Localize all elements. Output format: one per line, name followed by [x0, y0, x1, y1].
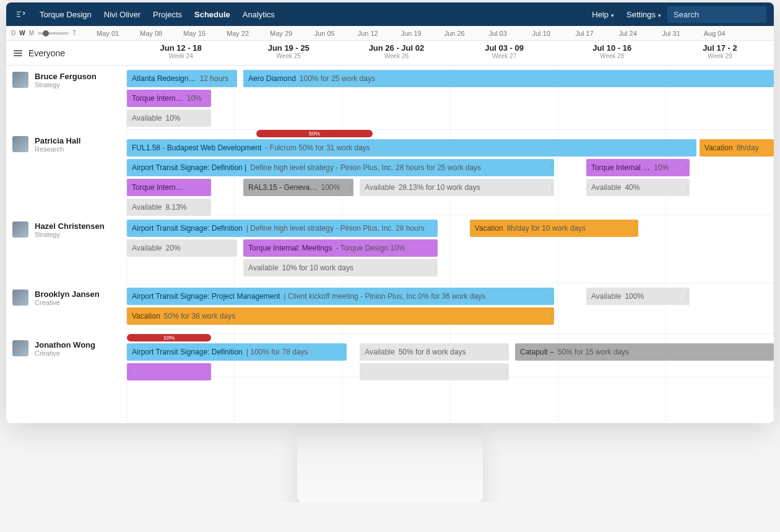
person-role: Creative: [35, 299, 100, 306]
mini-date: May 22: [216, 30, 259, 37]
zoom-week[interactable]: W: [19, 30, 25, 36]
mini-date: Jun 19: [389, 30, 433, 37]
allocation-bar[interactable]: Vacation 50% for 36 work days: [127, 307, 554, 325]
mini-date: May 29: [259, 30, 303, 37]
allocation-bar[interactable]: Vacation 8h/day for 10 work days: [470, 220, 638, 237]
hamburger-icon[interactable]: [14, 50, 22, 56]
resource-lane-block: 50%FUL1.58 - Budapest Web Development - …: [127, 130, 774, 215]
person-name: Patricia Hall: [35, 136, 80, 145]
mini-date: Jul 10: [519, 30, 563, 37]
week-col[interactable]: Jul 03 - 09Week 27: [451, 41, 558, 65]
person-role: Creative: [35, 350, 95, 357]
resource-lane-block: Atlanta Redesign… 12 hoursAero Diamond 1…: [127, 66, 774, 130]
allocation-bar[interactable]: Torque Internal: Meetings - Torque Desig…: [243, 239, 438, 257]
allocation-bar[interactable]: Available 50% for 8 work days: [360, 343, 508, 361]
person-name: Brooklyn Jansen: [35, 290, 100, 299]
allocation-bar[interactable]: Airport Transit Signage: Definition | 10…: [127, 343, 347, 361]
allocation-bar[interactable]: [127, 363, 211, 380]
allocation-bar[interactable]: Torque Intern… 10%: [127, 90, 211, 107]
person-role: Strategy: [35, 81, 97, 88]
allocation-bar[interactable]: Airport Transit Signage: Project Managem…: [127, 288, 554, 305]
timeline-zoom-row: D W M T May 01May 08May 15May 22May 29Ju…: [6, 26, 774, 41]
zoom-today[interactable]: T: [72, 30, 76, 36]
nav-settings[interactable]: Settings: [626, 10, 661, 19]
mini-date: May 01: [86, 30, 129, 37]
avatar: [12, 290, 28, 306]
allocation-bar[interactable]: Available 10% for 10 work days: [243, 259, 438, 277]
avatar: [12, 221, 28, 238]
resource-person[interactable]: Brooklyn JansenCreative: [6, 283, 126, 334]
allocation-bar[interactable]: Torque Intern…: [127, 179, 211, 196]
person-name: Hazel Christensen: [35, 221, 105, 231]
allocation-bar[interactable]: Airport Transit Signage: Definition | De…: [127, 220, 438, 237]
people-filter-label[interactable]: Everyone: [28, 48, 65, 58]
resource-person[interactable]: Jonathon WongCreative: [6, 334, 126, 377]
top-nav: Torque Design Nivi Oliver Projects Sched…: [6, 2, 774, 26]
allocation-bar[interactable]: Available 100%: [586, 288, 690, 305]
week-header: Jun 12 - 18Week 24Jun 19 - 25Week 25Jun …: [127, 41, 774, 65]
week-col[interactable]: Jun 19 - 25Week 25: [235, 41, 342, 65]
week-col[interactable]: Jun 26 - Jul 02Week 26: [342, 41, 450, 65]
allocation-bar[interactable]: Available 10%: [127, 109, 211, 127]
mini-date: May 08: [129, 30, 173, 37]
zoom-slider[interactable]: [38, 32, 69, 35]
allocation-bar[interactable]: Aero Diamond 100% for 25 work days: [243, 70, 774, 87]
resource-person[interactable]: Hazel ChristensenStrategy: [6, 215, 126, 283]
allocation-bar[interactable]: Available 20%: [127, 239, 237, 257]
allocation-bar[interactable]: Torque Internal … 10%: [586, 159, 690, 176]
allocation-bar[interactable]: Vacation 8h/day: [700, 139, 774, 157]
person-role: Research: [35, 145, 80, 153]
allocation-bar[interactable]: Available 8.13%: [127, 199, 211, 216]
overload-indicator: 10%: [127, 334, 211, 341]
mini-date: Jul 24: [606, 30, 649, 37]
resource-lane-block: Airport Transit Signage: Project Managem…: [127, 283, 774, 334]
mini-date: Jul 17: [563, 30, 606, 37]
nav-schedule[interactable]: Schedule: [194, 10, 230, 19]
overload-indicator: 50%: [256, 130, 373, 137]
allocation-bar[interactable]: Available 28.13% for 10 work days: [360, 179, 554, 196]
mini-date: Jun 12: [346, 30, 389, 37]
zoom-month[interactable]: M: [29, 30, 34, 36]
allocation-bar[interactable]: Catapult – 50% for 15 work days: [515, 343, 774, 361]
resource-lane-block: 10%Airport Transit Signage: Definition |…: [127, 334, 774, 377]
nav-help[interactable]: Help: [592, 10, 614, 19]
app-logo-icon: [14, 7, 27, 21]
mini-date: Jul 03: [476, 30, 519, 37]
allocation-bar[interactable]: Available 40%: [586, 179, 690, 196]
person-name: Bruce Ferguson: [35, 72, 97, 81]
mini-date: Aug 04: [693, 30, 736, 37]
zoom-control[interactable]: D W M T: [6, 30, 81, 36]
zoom-day[interactable]: D: [11, 30, 15, 36]
person-role: Strategy: [35, 231, 105, 238]
allocation-bar[interactable]: Airport Transit Signage: Definition | De…: [127, 159, 554, 176]
mini-date: Jun 26: [433, 30, 476, 37]
mini-date: Jul 31: [649, 30, 693, 37]
week-col[interactable]: Jul 17 - 2Week 29: [666, 41, 774, 65]
week-col[interactable]: Jul 10 - 16Week 28: [558, 41, 666, 65]
allocation-bar[interactable]: [360, 363, 508, 380]
mini-date: Jun 05: [303, 30, 346, 37]
allocation-bar[interactable]: FUL1.58 - Budapest Web Development - Ful…: [127, 139, 696, 157]
nav-projects[interactable]: Projects: [153, 10, 182, 19]
week-col[interactable]: Jun 12 - 18Week 24: [127, 41, 235, 65]
resource-lane-block: Airport Transit Signage: Definition | De…: [127, 215, 774, 283]
person-name: Jonathon Wong: [35, 340, 95, 350]
resource-person[interactable]: Patricia HallResearch: [6, 130, 126, 215]
avatar: [12, 136, 28, 152]
avatar: [12, 340, 28, 356]
allocation-bar[interactable]: RAL3.15 - Geneva… 100%: [243, 179, 353, 196]
timeline-grid[interactable]: Atlanta Redesign… 12 hoursAero Diamond 1…: [127, 66, 774, 423]
avatar: [12, 72, 28, 88]
mini-date-scale: May 01May 08May 15May 22May 29Jun 05Jun …: [81, 30, 774, 37]
resource-person[interactable]: Bruce FergusonStrategy: [6, 66, 126, 130]
nav-analytics[interactable]: Analytics: [243, 10, 275, 19]
allocation-bar[interactable]: Atlanta Redesign… 12 hours: [127, 70, 237, 87]
nav-brand[interactable]: Torque Design: [40, 10, 92, 19]
search-input[interactable]: [667, 6, 766, 23]
mini-date: May 15: [173, 30, 216, 37]
nav-user[interactable]: Nivi Oliver: [104, 10, 141, 19]
people-column: Bruce FergusonStrategyPatricia HallResea…: [6, 66, 127, 423]
